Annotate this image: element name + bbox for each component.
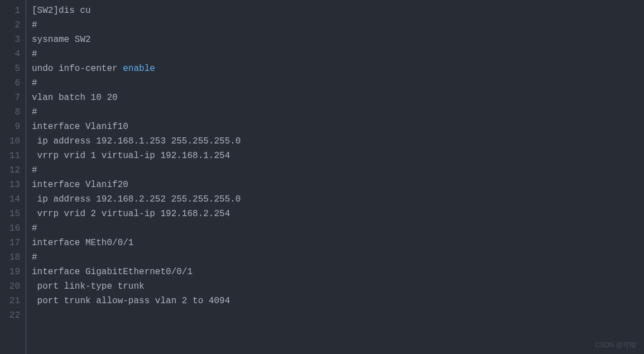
line-number: 17 [0, 236, 20, 250]
token-text: # [32, 252, 37, 262]
line-number: 4 [0, 47, 20, 61]
line-number: 11 [0, 149, 20, 163]
code-line[interactable]: # [32, 47, 644, 61]
code-line[interactable]: port link-type trunk [32, 279, 644, 294]
token-text: interface GigabitEthernet0/0/1 [32, 267, 193, 277]
code-area[interactable]: [SW2]dis cu#sysname SW2#undo info-center… [26, 0, 644, 354]
code-line[interactable]: interface Vlanif20 [32, 178, 644, 192]
line-number: 8 [0, 105, 20, 119]
code-editor[interactable]: 12345678910111213141516171819202122 [SW2… [0, 0, 644, 354]
line-number: 20 [0, 279, 20, 294]
code-line[interactable]: # [32, 105, 644, 119]
code-line[interactable]: vrrp vrid 2 virtual-ip 192.168.2.254 [32, 207, 644, 221]
line-number: 7 [0, 90, 20, 105]
code-line[interactable]: undo info-center enable [32, 61, 644, 76]
code-line[interactable]: ip address 192.168.1.253 255.255.255.0 [32, 134, 644, 149]
line-number: 3 [0, 32, 20, 47]
line-number: 10 [0, 134, 20, 149]
code-line[interactable]: # [32, 76, 644, 90]
token-text: vrrp vrid 1 virtual-ip 192.168.1.254 [32, 151, 230, 161]
line-number: 16 [0, 221, 20, 236]
code-line[interactable]: sysname SW2 [32, 32, 644, 47]
code-line[interactable]: # [32, 221, 644, 236]
code-line[interactable]: # [32, 18, 644, 32]
code-line[interactable]: port trunk allow-pass vlan 2 to 4094 [32, 294, 644, 308]
line-number: 9 [0, 119, 20, 134]
line-number: 5 [0, 61, 20, 76]
line-number: 12 [0, 163, 20, 178]
code-line[interactable]: # [32, 163, 644, 178]
token-text: sysname SW2 [32, 35, 91, 45]
token-text: vlan batch 10 20 [32, 93, 118, 103]
token-text: # [32, 165, 37, 175]
token-text: ip address 192.168.1.253 255.255.255.0 [32, 136, 241, 146]
token-text: interface MEth0/0/1 [32, 238, 133, 248]
line-number: 1 [0, 3, 20, 18]
line-number-gutter: 12345678910111213141516171819202122 [0, 0, 26, 354]
code-line[interactable]: interface MEth0/0/1 [32, 236, 644, 250]
line-number: 14 [0, 192, 20, 207]
code-line[interactable]: # [32, 250, 644, 265]
token-text: # [32, 107, 37, 117]
token-text: [SW2]dis cu [32, 6, 91, 16]
token-text: port trunk allow-pass vlan 2 to 4094 [32, 296, 230, 306]
line-number: 21 [0, 294, 20, 308]
code-line[interactable]: interface GigabitEthernet0/0/1 [32, 265, 644, 279]
token-keyword: enable [123, 64, 155, 74]
token-text: # [32, 78, 37, 88]
line-number: 6 [0, 76, 20, 90]
line-number: 18 [0, 250, 20, 265]
token-text: # [32, 49, 37, 59]
code-line[interactable]: vrrp vrid 1 virtual-ip 192.168.1.254 [32, 149, 644, 163]
token-text: interface Vlanif20 [32, 180, 128, 190]
code-line[interactable] [32, 308, 644, 323]
token-text: interface Vlanif10 [32, 122, 128, 132]
line-number: 15 [0, 207, 20, 221]
token-text: ip address 192.168.2.252 255.255.255.0 [32, 194, 241, 204]
token-text: port link-type trunk [32, 281, 145, 291]
token-text: vrrp vrid 2 virtual-ip 192.168.2.254 [32, 209, 230, 219]
watermark-text: CSDN @可惜' [595, 340, 637, 351]
code-line[interactable]: interface Vlanif10 [32, 119, 644, 134]
line-number: 13 [0, 178, 20, 192]
code-line[interactable]: vlan batch 10 20 [32, 90, 644, 105]
code-line[interactable]: [SW2]dis cu [32, 3, 644, 18]
line-number: 22 [0, 308, 20, 323]
line-number: 2 [0, 18, 20, 32]
token-text: # [32, 223, 37, 233]
code-line[interactable]: ip address 192.168.2.252 255.255.255.0 [32, 192, 644, 207]
line-number: 19 [0, 265, 20, 279]
token-text: # [32, 20, 37, 30]
token-text: undo info-center [32, 64, 123, 74]
